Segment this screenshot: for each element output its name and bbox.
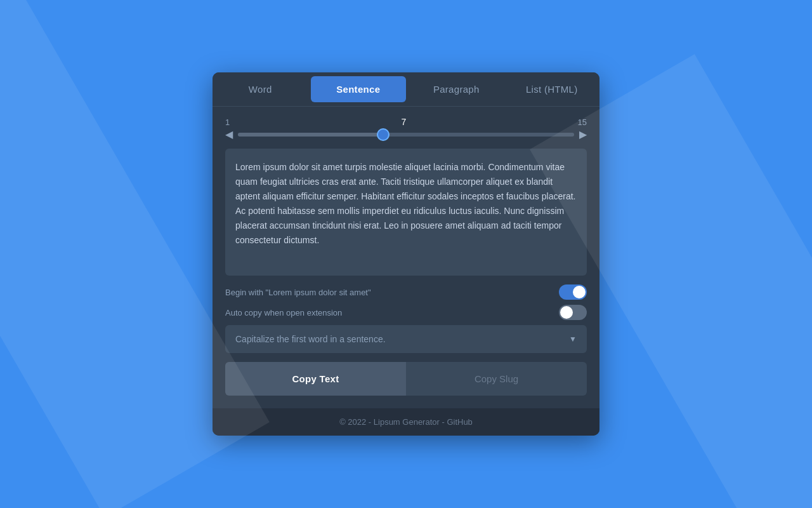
toggle-auto-copy-knob xyxy=(560,306,573,319)
toggle-lorem-ipsum[interactable] xyxy=(559,284,587,300)
toggle-row-auto-copy: Auto copy when open extension xyxy=(225,305,587,320)
copy-slug-button[interactable]: Copy Slug xyxy=(406,362,587,396)
slider-min-label: 1 xyxy=(225,117,230,127)
toggle-row-lorem: Begin with "Lorem ipsum dolor sit amet" xyxy=(225,284,587,300)
tab-sentence[interactable]: Sentence xyxy=(311,76,407,102)
buttons-row: Copy Text Copy Slug xyxy=(225,362,587,396)
toggle-auto-copy-label: Auto copy when open extension xyxy=(225,308,342,318)
tab-paragraph[interactable]: Paragraph xyxy=(409,72,504,106)
slider-current-label: 7 xyxy=(401,117,406,127)
content-area: 1 7 15 ◀ ▶ Lorem ipsum dolor sit amet tu… xyxy=(213,107,599,408)
slider-increment-button[interactable]: ▶ xyxy=(579,130,587,140)
copy-text-button[interactable]: Copy Text xyxy=(225,362,406,396)
lorem-text-content: Lorem ipsum dolor sit amet turpis molest… xyxy=(235,162,575,245)
dropdown-arrow-icon: ▼ xyxy=(569,335,577,344)
capitalize-dropdown-value: Capitalize the first word in a sentence. xyxy=(235,334,386,344)
tab-bar: Word Sentence Paragraph List (HTML) xyxy=(213,72,599,107)
toggle-lorem-knob xyxy=(573,286,586,298)
slider-labels: 1 7 15 xyxy=(225,117,587,127)
toggle-lorem-label: Begin with "Lorem ipsum dolor sit amet" xyxy=(225,288,371,297)
slider-decrement-button[interactable]: ◀ xyxy=(225,130,233,140)
tab-list-html[interactable]: List (HTML) xyxy=(504,72,600,106)
slider-max-label: 15 xyxy=(578,117,587,127)
main-card: Word Sentence Paragraph List (HTML) 1 7 … xyxy=(213,72,599,436)
capitalize-dropdown[interactable]: Capitalize the first word in a sentence.… xyxy=(225,325,587,353)
slider-input[interactable] xyxy=(238,133,574,137)
tab-word[interactable]: Word xyxy=(213,72,308,106)
lorem-text-display: Lorem ipsum dolor sit amet turpis molest… xyxy=(225,149,587,276)
footer-text: © 2022 - Lipsum Generator - GitHub xyxy=(339,417,473,427)
slider-container: 1 7 15 ◀ ▶ xyxy=(225,117,587,140)
slider-track-wrapper: ◀ ▶ xyxy=(225,130,587,140)
toggle-auto-copy[interactable] xyxy=(559,305,587,320)
card-footer: © 2022 - Lipsum Generator - GitHub xyxy=(213,408,599,436)
